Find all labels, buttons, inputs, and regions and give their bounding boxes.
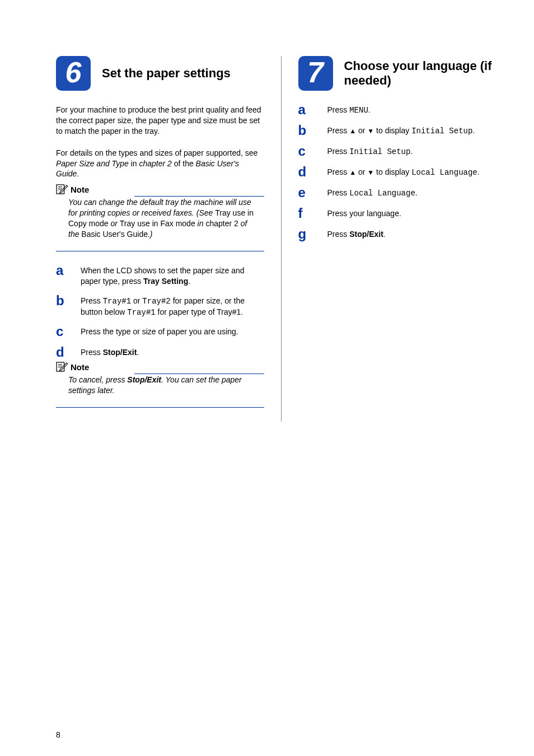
step-d: d Press ▲ or ▼ to display Local Language… — [298, 167, 507, 179]
step-letter: b — [298, 124, 327, 137]
note-label: Note — [71, 362, 89, 372]
step-text: Press Stop/Exit. — [327, 229, 507, 240]
step-text: Press ▲ or ▼ to display Local Language. — [327, 167, 507, 178]
section-title: Choose your language (if needed) — [344, 59, 507, 88]
step-text: Press Tray#1 or Tray#2 for paper size, o… — [81, 296, 264, 318]
step-text: Press Initial Setup. — [327, 146, 507, 157]
step-text: Press Stop/Exit. — [81, 347, 264, 358]
step-letter: f — [298, 207, 327, 220]
note-icon — [56, 184, 68, 194]
page-number: 8 — [56, 730, 60, 739]
section-header-7: 7 Choose your language (if needed) — [298, 56, 507, 91]
note-box-2: Note To cancel, press Stop/Exit. You can… — [56, 368, 264, 408]
step-text: Press MENU. — [327, 105, 507, 116]
step-f: f Press your language. — [298, 208, 507, 220]
step-letter: c — [298, 144, 327, 158]
step-letter: a — [298, 103, 327, 116]
step-letter: a — [56, 264, 81, 277]
note-title-row: Note — [56, 362, 93, 372]
step-a: a Press MENU. — [298, 105, 507, 116]
note-title-row: Note — [56, 184, 93, 194]
step-letter: b — [56, 294, 81, 307]
section-header-6: 6 Set the paper settings — [56, 56, 264, 91]
step-b: b Press Tray#1 or Tray#2 for paper size,… — [56, 296, 264, 318]
down-arrow-icon: ▼ — [367, 127, 374, 135]
column-divider — [281, 56, 282, 422]
step-number-box: 7 — [298, 56, 333, 91]
page: 6 Set the paper settings For your machin… — [0, 0, 534, 756]
step-text: Press Local Language. — [327, 188, 507, 199]
steps-list-7: a Press MENU. b Press ▲ or ▼ to display … — [298, 105, 507, 241]
up-arrow-icon: ▲ — [349, 127, 356, 135]
note-box-1: Note You can change the default tray the… — [56, 190, 264, 251]
note-body: To cancel, press Stop/Exit. You can set … — [56, 375, 264, 402]
step-text: When the LCD shows to set the paper size… — [81, 265, 264, 287]
note-label: Note — [71, 185, 89, 194]
step-letter: d — [56, 346, 81, 359]
intro-paragraph-1: For your machine to produce the best pri… — [56, 105, 264, 137]
step-number-box: 6 — [56, 56, 91, 91]
step-e: e Press Local Language. — [298, 188, 507, 199]
step-c: c Press the type or size of paper you ar… — [56, 326, 264, 338]
step-letter: g — [298, 227, 327, 241]
step-c: c Press Initial Setup. — [298, 146, 507, 158]
note-icon — [56, 362, 68, 372]
right-column: 7 Choose your language (if needed) a Pre… — [298, 56, 507, 422]
steps-list-6: a When the LCD shows to set the paper si… — [56, 265, 264, 360]
note-body: You can change the default tray the mach… — [56, 197, 264, 245]
left-column: 6 Set the paper settings For your machin… — [56, 56, 264, 422]
down-arrow-icon: ▼ — [367, 169, 374, 176]
intro-paragraph-2: For details on the types and sizes of pa… — [56, 148, 264, 180]
step-text: Press ▲ or ▼ to display Initial Setup. — [327, 125, 507, 137]
step-letter: d — [298, 165, 327, 179]
step-number: 6 — [65, 55, 82, 89]
step-a: a When the LCD shows to set the paper si… — [56, 265, 264, 287]
step-g: g Press Stop/Exit. — [298, 229, 507, 241]
step-b: b Press ▲ or ▼ to display Initial Setup. — [298, 125, 507, 137]
up-arrow-icon: ▲ — [349, 169, 356, 176]
step-text: Press the type or size of paper you are … — [81, 326, 264, 337]
step-d: d Press Stop/Exit. — [56, 347, 264, 359]
step-letter: c — [56, 325, 81, 338]
section-title: Set the paper settings — [102, 66, 231, 81]
step-number: 7 — [307, 55, 324, 89]
two-column-layout: 6 Set the paper settings For your machin… — [56, 56, 506, 422]
step-text: Press your language. — [327, 208, 507, 219]
step-letter: e — [298, 186, 327, 199]
